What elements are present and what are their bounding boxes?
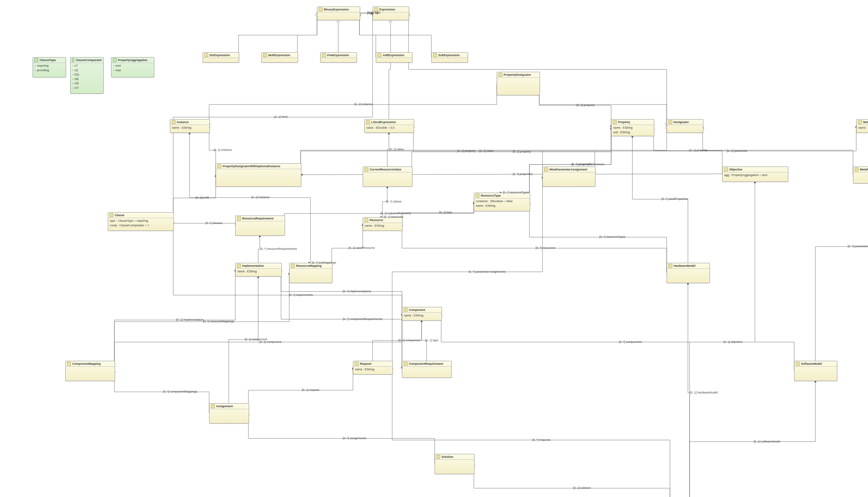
node-ClauseType[interactable]: ClauseType– requiring– providing: [33, 57, 66, 77]
edge-label: [0..1] parameter: [727, 149, 748, 153]
class-icon: [322, 53, 326, 57]
node-body: name : EString: [363, 223, 402, 229]
edge-label: [0..*] resourceTypes: [503, 191, 529, 194]
node-ClauseComparator[interactable]: ClauseComparator– LT– LE– EQ– NE– GE– GT: [70, 57, 104, 94]
class-icon: [436, 455, 440, 459]
edge-Model-HardwareModel: [688, 282, 690, 497]
node-title: Implementation: [242, 264, 264, 267]
edge-label: [0..1] instance: [251, 196, 270, 199]
node-body: name : EString: [170, 125, 209, 131]
node-ResourceRequirement[interactable]: ResourceRequirement: [235, 215, 285, 236]
class-icon: [544, 168, 548, 171]
node-Instance[interactable]: Instancename : EString: [170, 119, 210, 133]
edge-label: [0..*] implementations: [343, 290, 371, 293]
edge-label: [0..1] component: [398, 339, 420, 342]
edge-HardwareModel-ResourceType: [529, 202, 667, 273]
edge-label: [0..1] instance: [214, 148, 232, 152]
class-icon: [67, 362, 71, 366]
class-attr: type : ClauseType = requiring: [110, 219, 172, 223]
node-MetaParameter[interactable]: MetaParametername : EString: [856, 119, 868, 133]
class-attr: name : EString: [404, 313, 440, 318]
enum-literal: – EQ: [72, 72, 102, 77]
node-title: ResourceRequirement: [242, 217, 274, 220]
class-icon: [204, 53, 208, 57]
class-attr: name : EString: [355, 367, 391, 372]
node-Property[interactable]: Propertyname : EStringunit : EString: [611, 119, 654, 136]
node-LiteralExpression[interactable]: LiteralExpressionvalue : EDouble = 0.0: [364, 119, 414, 133]
node-SoftwareModel[interactable]: SoftwareModel: [794, 361, 837, 381]
node-PropertyAggregation[interactable]: PropertyAggregation– sum– max: [111, 57, 154, 77]
class-attr: name : EString: [476, 204, 528, 208]
diagram-canvas[interactable]: ClauseType– requiring– providingClauseCo…: [0, 0, 868, 497]
enum-literal: – requiring: [35, 64, 64, 68]
edge-label: [0..1] request: [302, 388, 319, 392]
class-icon: [855, 168, 858, 171]
node-SubExpression[interactable]: SubExpression: [431, 52, 468, 63]
node-body: [795, 367, 837, 368]
class-attr: container : EBoolean = false: [476, 199, 528, 204]
node-title: HardwareModel: [674, 264, 695, 267]
class-icon: [319, 8, 322, 11]
class-attr: name : EString: [237, 269, 280, 274]
edge-MultExpression-BinaryExpression: [298, 13, 317, 57]
node-body: [317, 12, 360, 14]
node-body: [236, 222, 285, 223]
class-attr: unit : EString: [613, 130, 652, 135]
node-body: [667, 269, 709, 270]
node-HardwareModel[interactable]: HardwareModel: [667, 263, 710, 283]
edge-label: [0..1] RHS: [274, 115, 288, 118]
node-Solution[interactable]: Solution: [435, 454, 474, 474]
node-Resource[interactable]: Resourcename : EString: [363, 217, 403, 231]
edge-Designator-Expression: [409, 13, 667, 126]
node-Clause[interactable]: Clausetype : ClauseType = requiringcomp …: [108, 212, 174, 231]
node-Component[interactable]: Componentname : EString: [402, 307, 442, 321]
node-Objective[interactable]: Objectiveagg : PropertyAggregation = sum: [722, 167, 788, 182]
edge-label: [0..1] implementation: [176, 318, 204, 321]
class-attr: name : EString: [858, 126, 868, 130]
class-icon: [364, 168, 368, 171]
enum-literal: – max: [113, 68, 152, 73]
node-body: – requiring– providing: [33, 63, 66, 73]
node-ComponentRequirement[interactable]: ComponentRequirement: [402, 361, 452, 378]
node-ComponentMapping[interactable]: ComponentMapping: [65, 361, 115, 381]
edge-Model-Request: [392, 367, 670, 497]
class-icon: [171, 120, 176, 124]
enum-literal: – LT: [72, 64, 102, 68]
node-MetaParameterDesignator[interactable]: MetaParameterDesignator: [853, 167, 868, 184]
node-Request[interactable]: Requestname : EString: [353, 361, 393, 374]
edge-label: [0..*] components: [619, 340, 642, 343]
node-title: ClauseType: [40, 58, 56, 62]
edge-DivExpression-BinaryExpression: [238, 13, 317, 57]
edge-Implementation-ComponentRequirement: [281, 269, 402, 369]
node-body: [667, 125, 703, 126]
edge-label: [0..*] resources: [536, 246, 555, 250]
node-MultExpression[interactable]: MultExpression: [261, 52, 298, 63]
node-MetaParameterAssignment[interactable]: MetaParameterAssignment: [542, 167, 595, 187]
edge-ComponentRequirement-Clause: [173, 222, 402, 369]
node-body: [66, 367, 115, 368]
node-Designator[interactable]: Designator: [667, 119, 703, 133]
node-DivExpression[interactable]: DivExpression: [203, 52, 239, 63]
node-ResourceType[interactable]: ResourceTypecontainer : EBoolean = false…: [474, 193, 530, 211]
edge-label: [0..*] values: [386, 200, 402, 203]
edge-Objective-Property: [653, 127, 722, 174]
node-PropertyDesignator[interactable]: PropertyDesignator: [497, 72, 540, 95]
edge-label: [0..*] propertyReferences: [571, 162, 604, 166]
edge-label: [0..*] assignments: [343, 437, 366, 440]
node-Assignment[interactable]: Assignment: [209, 403, 249, 424]
edge-label: [0..*] properties: [513, 172, 533, 176]
node-AddExpression[interactable]: AddExpression: [376, 52, 412, 63]
edge-label: [0..*] resourceTypes: [600, 235, 625, 238]
class-icon: [364, 218, 368, 222]
node-CurrentResourceValue[interactable]: CurrentResourceValue: [363, 167, 412, 187]
node-PowExpression[interactable]: PowExpression: [320, 52, 357, 63]
class-icon: [377, 53, 381, 57]
class-icon: [668, 120, 672, 124]
node-BinaryExpression[interactable]: BinaryExpression: [317, 6, 360, 20]
node-PropertyDesignatorWithOptionalInstance[interactable]: PropertyDesignatorWithOptionalInstance: [216, 163, 301, 187]
node-Implementation[interactable]: Implementationname : EString: [235, 263, 282, 276]
node-ResourceMapping[interactable]: ResourceMapping: [289, 263, 332, 283]
class-icon: [668, 264, 672, 268]
class-attr: name : EString: [365, 224, 401, 228]
enum-literal: – NE: [72, 77, 102, 82]
